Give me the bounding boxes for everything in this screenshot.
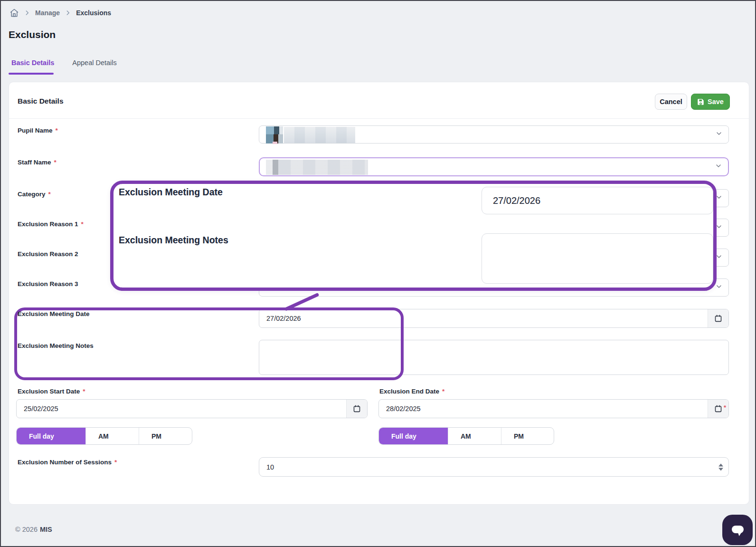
zoom-callout: Exclusion Meeting Date 27/02/2026 Exclus… bbox=[110, 181, 717, 291]
stepper-down-icon[interactable] bbox=[718, 468, 723, 470]
sessions-label: Exclusion Number of Sessions* bbox=[18, 459, 117, 466]
end-toggle-am[interactable]: AM bbox=[448, 428, 501, 444]
exclusion-reason-2-label: Exclusion Reason 2 bbox=[18, 250, 78, 258]
stepper-up-icon[interactable] bbox=[718, 463, 723, 466]
category-label: Category* bbox=[18, 191, 51, 198]
tab-basic-details[interactable]: Basic Details bbox=[9, 57, 57, 73]
footer-brand: MIS bbox=[40, 526, 52, 533]
footer-copyright: © 2026 bbox=[15, 526, 38, 533]
end-toggle-pm[interactable]: PM bbox=[501, 428, 554, 444]
sessions-number-input[interactable]: 10 bbox=[259, 457, 729, 477]
redacted-pupil-name bbox=[284, 127, 355, 143]
chevron-down-icon bbox=[715, 130, 723, 139]
callout-meeting-date-value: 27/02/2026 bbox=[482, 187, 713, 214]
card-title: Basic Details bbox=[18, 97, 64, 106]
meeting-date-value: 27/02/2026 bbox=[259, 309, 708, 327]
pupil-name-select[interactable] bbox=[259, 125, 729, 144]
required-marker: * bbox=[83, 388, 85, 395]
exclusion-reason-1-label: Exclusion Reason 1* bbox=[18, 221, 84, 228]
chevron-down-icon bbox=[715, 283, 723, 292]
end-date-calendar-button[interactable]: * bbox=[708, 400, 728, 418]
end-date-value: 28/02/2025 bbox=[379, 400, 708, 418]
meeting-date-calendar-button[interactable] bbox=[708, 309, 728, 327]
breadcrumb-item-exclusions[interactable]: Exclusions bbox=[76, 9, 111, 17]
calendar-icon bbox=[714, 314, 722, 323]
required-marker: * bbox=[81, 221, 84, 228]
calendar-icon bbox=[353, 404, 361, 413]
sessions-value: 10 bbox=[259, 458, 728, 476]
tab-bar: Basic Details Appeal Details bbox=[9, 57, 120, 73]
required-marker: * bbox=[54, 159, 57, 166]
chevron-right-icon bbox=[24, 10, 30, 16]
home-icon[interactable] bbox=[9, 8, 19, 18]
breadcrumb-item-manage[interactable]: Manage bbox=[35, 9, 60, 17]
exclusion-reason-3-label: Exclusion Reason 3 bbox=[18, 280, 78, 288]
active-tab-underline bbox=[9, 73, 54, 75]
staff-name-label: Staff Name* bbox=[18, 159, 57, 166]
page-title: Exclusion bbox=[9, 29, 56, 40]
end-toggle-full-day[interactable]: Full day bbox=[379, 428, 448, 444]
required-marker: * bbox=[724, 404, 726, 411]
end-date-label: Exclusion End Date* bbox=[379, 388, 444, 395]
required-marker: * bbox=[114, 459, 117, 466]
staff-name-select[interactable] bbox=[259, 157, 729, 176]
pupil-avatar bbox=[266, 126, 283, 144]
chevron-right-icon bbox=[65, 10, 71, 16]
footer: © 2026MIS bbox=[15, 526, 52, 533]
chevron-down-icon bbox=[715, 162, 722, 172]
save-button[interactable]: Save bbox=[691, 94, 730, 110]
callout-meeting-notes-box bbox=[482, 233, 713, 284]
meeting-notes-textarea[interactable] bbox=[259, 340, 729, 375]
start-toggle-pm[interactable]: PM bbox=[139, 428, 192, 444]
pupil-name-label: Pupil Name* bbox=[18, 127, 58, 134]
required-marker: * bbox=[56, 127, 58, 134]
start-date-label: Exclusion Start Date* bbox=[18, 388, 85, 395]
start-date-calendar-button[interactable] bbox=[346, 400, 367, 418]
start-date-value: 25/02/2025 bbox=[17, 400, 346, 418]
breadcrumb: Manage Exclusions bbox=[9, 7, 111, 19]
callout-meeting-notes-label: Exclusion Meeting Notes bbox=[119, 235, 228, 246]
callout-meeting-date-input: 27/02/2026 bbox=[482, 187, 713, 214]
tab-appeal-details[interactable]: Appeal Details bbox=[69, 57, 120, 73]
start-session-toggle: Full day AM PM bbox=[16, 427, 192, 445]
number-stepper[interactable] bbox=[718, 463, 723, 470]
redacted-staff-name bbox=[266, 160, 368, 175]
end-session-toggle: Full day AM PM bbox=[378, 427, 554, 445]
cancel-button[interactable]: Cancel bbox=[655, 94, 687, 110]
meeting-notes-label: Exclusion Meeting Notes bbox=[18, 342, 94, 349]
start-date-input[interactable]: 25/02/2025 bbox=[16, 399, 368, 418]
save-button-label: Save bbox=[708, 98, 724, 106]
start-toggle-full-day[interactable]: Full day bbox=[17, 428, 85, 444]
card-header-divider bbox=[9, 118, 749, 119]
end-date-input[interactable]: 28/02/2025 * bbox=[378, 399, 729, 418]
meeting-date-label: Exclusion Meeting Date bbox=[18, 310, 90, 317]
callout-meeting-date-label: Exclusion Meeting Date bbox=[119, 187, 223, 198]
meeting-date-input[interactable]: 27/02/2026 bbox=[259, 309, 729, 328]
calendar-icon bbox=[714, 404, 722, 413]
chat-bubble-icon bbox=[728, 520, 747, 539]
chat-launcher-button[interactable] bbox=[722, 515, 753, 545]
required-marker: * bbox=[442, 388, 444, 395]
required-marker: * bbox=[48, 191, 51, 198]
start-toggle-am[interactable]: AM bbox=[85, 428, 139, 444]
redacted-pupil-value bbox=[266, 127, 355, 143]
save-icon bbox=[697, 98, 704, 106]
